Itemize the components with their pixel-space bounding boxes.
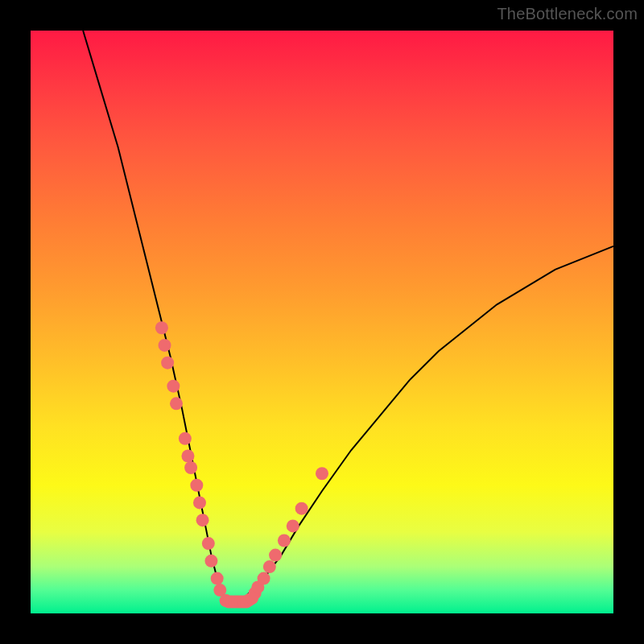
scatter-layer bbox=[155, 321, 328, 608]
plot-area bbox=[31, 31, 613, 613]
scatter-point bbox=[190, 479, 203, 492]
chart-container: TheBottleneck.com bbox=[0, 0, 644, 644]
scatter-point bbox=[155, 321, 168, 334]
scatter-point bbox=[179, 432, 192, 445]
scatter-point bbox=[316, 467, 328, 480]
attribution-text: TheBottleneck.com bbox=[497, 5, 638, 23]
scatter-point bbox=[161, 357, 174, 369]
scatter-point bbox=[170, 397, 183, 410]
scatter-point bbox=[202, 537, 215, 550]
scatter-point bbox=[184, 461, 197, 474]
scatter-point bbox=[193, 496, 206, 509]
scatter-point bbox=[278, 535, 291, 547]
scatter-point bbox=[258, 572, 270, 585]
scatter-point bbox=[287, 519, 299, 532]
scatter-point bbox=[181, 450, 194, 463]
scatter-point bbox=[263, 560, 276, 573]
scatter-point bbox=[211, 572, 224, 585]
scatter-point bbox=[167, 380, 180, 393]
scatter-point bbox=[204, 555, 217, 568]
series-curve bbox=[83, 31, 613, 602]
scatter-point bbox=[196, 514, 209, 526]
scatter-point bbox=[295, 502, 308, 515]
curve-layer bbox=[83, 31, 613, 602]
scatter-point bbox=[159, 339, 171, 352]
scatter-point bbox=[269, 549, 282, 562]
chart-svg bbox=[31, 31, 613, 613]
